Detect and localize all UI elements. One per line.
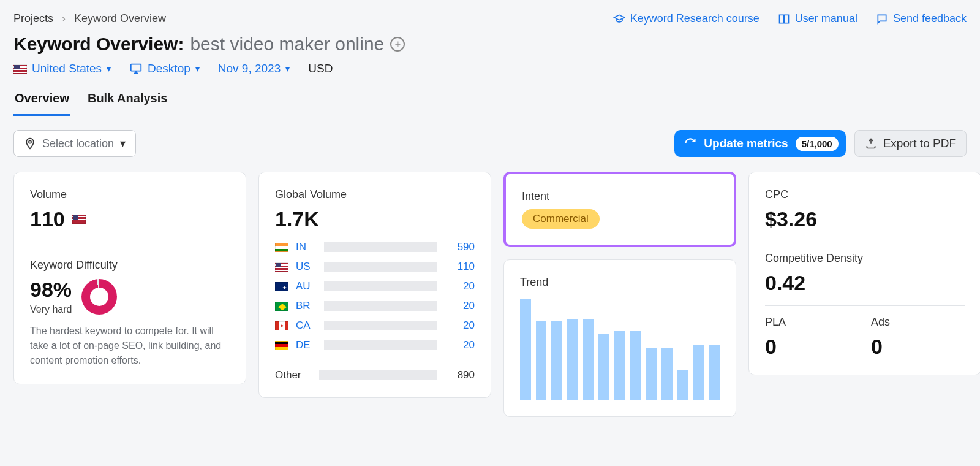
gv-row[interactable]: US110 (275, 261, 475, 273)
export-icon (865, 137, 877, 150)
trend-bar (520, 299, 531, 400)
gv-country-code: BR (296, 300, 317, 312)
flag-icon (275, 321, 288, 330)
pla-value: 0 (765, 335, 859, 359)
date-filter[interactable]: Nov 9, 2023 ▾ (218, 62, 290, 75)
gv-bar (324, 262, 437, 272)
flag-icon (275, 243, 288, 252)
gv-country-code: US (296, 261, 317, 273)
gv-value: 20 (444, 300, 475, 312)
chevron-down-icon: ▾ (195, 64, 200, 74)
send-feedback-link[interactable]: Send feedback (876, 12, 967, 25)
volume-title: Volume (30, 188, 230, 201)
flag-icon (275, 262, 288, 272)
svg-point-3 (29, 140, 31, 143)
top-links: Keyword Research course User manual Send… (613, 12, 967, 25)
trend-bar (677, 370, 688, 400)
svg-rect-2 (131, 64, 141, 71)
gv-bar (324, 281, 437, 291)
usage-pill: 5/1,000 (796, 137, 839, 151)
title-prefix: Keyword Overview: (13, 34, 184, 55)
volume-value: 110 (30, 207, 65, 231)
tab-overview[interactable]: Overview (13, 91, 70, 116)
pla-title: PLA (765, 316, 859, 329)
gv-value: 20 (444, 280, 475, 292)
keyword-research-course-link[interactable]: Keyword Research course (613, 12, 760, 25)
graduation-cap-icon (613, 13, 625, 25)
add-keyword-icon[interactable]: + (390, 37, 405, 52)
trend-bar (598, 334, 609, 400)
book-icon (778, 13, 790, 25)
trend-bar (662, 348, 673, 400)
intent-title: Intent (522, 190, 718, 203)
device-filter[interactable]: Desktop ▾ (129, 62, 200, 75)
trend-bar (630, 331, 641, 400)
gv-bar (324, 321, 437, 330)
kd-donut-icon (81, 279, 117, 315)
trend-bar (693, 345, 704, 400)
gv-value: 890 (444, 369, 475, 381)
gv-row[interactable]: IN590 (275, 241, 475, 253)
pin-icon (24, 137, 36, 150)
volume-card: Volume 110 Keyword Difficulty 98% Very h… (13, 172, 246, 384)
trend-bar (536, 321, 547, 400)
export-pdf-button[interactable]: Export to PDF (854, 130, 967, 157)
ads-value: 0 (871, 335, 965, 359)
svg-rect-1 (785, 15, 789, 23)
gv-country-code: AU (296, 280, 317, 292)
gv-row[interactable]: CA20 (275, 319, 475, 332)
title-keyword: best video maker online (190, 34, 384, 55)
flag-us-icon (13, 64, 27, 74)
tab-bulk-analysis[interactable]: Bulk Analysis (86, 91, 168, 116)
select-location-button[interactable]: Select location ▾ (13, 130, 136, 157)
global-volume-total: 1.7K (275, 207, 475, 231)
trend-bar (567, 319, 578, 400)
trend-bar (551, 321, 562, 400)
chat-icon (876, 13, 888, 25)
kd-value: 98% (30, 278, 72, 302)
breadcrumb-root[interactable]: Projects (13, 12, 53, 25)
gv-other-label: Other (275, 369, 312, 381)
global-volume-title: Global Volume (275, 188, 475, 201)
breadcrumb-current: Keyword Overview (74, 12, 166, 25)
trend-bar (646, 348, 657, 400)
gv-bar (324, 242, 437, 252)
trend-bar (614, 331, 625, 400)
intent-badge: Commercial (522, 209, 600, 229)
gv-value: 110 (444, 261, 475, 273)
update-metrics-button[interactable]: Update metrics 5/1,000 (674, 130, 845, 157)
gv-country-code: CA (296, 319, 317, 332)
flag-icon (275, 282, 288, 291)
breadcrumb: Projects › Keyword Overview (13, 12, 166, 25)
user-manual-link[interactable]: User manual (778, 12, 858, 25)
kd-description: The hardest keyword to compete for. It w… (30, 324, 230, 368)
ads-title: Ads (871, 316, 965, 329)
gv-value: 20 (444, 339, 475, 351)
gv-bar (324, 340, 437, 350)
flag-us-icon (72, 215, 86, 224)
gv-value: 590 (444, 241, 475, 253)
desktop-icon (129, 62, 143, 75)
gv-country-code: IN (296, 241, 317, 253)
tabs: Overview Bulk Analysis (13, 91, 967, 116)
flag-icon (275, 341, 288, 350)
competitive-density-title: Competitive Density (765, 252, 965, 265)
gv-row-other[interactable]: Other890 (275, 364, 475, 381)
global-volume-card: Global Volume 1.7K IN590US110AU20BR20CA2… (258, 172, 491, 398)
gv-row[interactable]: DE20 (275, 339, 475, 351)
gv-value: 20 (444, 319, 475, 332)
kd-label: Very hard (30, 304, 72, 315)
filters: United States ▾ Desktop ▾ Nov 9, 2023 ▾ … (13, 62, 967, 75)
gv-row[interactable]: AU20 (275, 280, 475, 292)
chevron-down-icon: ▾ (285, 64, 290, 74)
trend-bar (583, 319, 594, 400)
country-filter[interactable]: United States ▾ (13, 62, 111, 75)
gv-row[interactable]: BR20 (275, 300, 475, 312)
gv-bar (324, 301, 437, 311)
trend-title: Trend (520, 276, 720, 289)
refresh-icon (684, 137, 696, 150)
kd-title: Keyword Difficulty (30, 259, 230, 272)
chevron-down-icon: ▾ (120, 137, 126, 150)
intent-card: Intent Commercial (503, 172, 736, 247)
trend-chart (520, 299, 720, 400)
